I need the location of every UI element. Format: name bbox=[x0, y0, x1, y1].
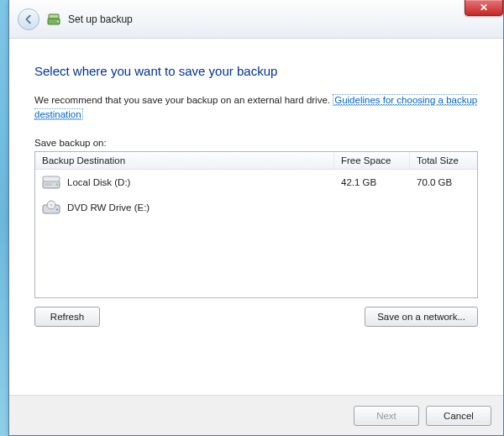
cancel-button[interactable]: Cancel bbox=[426, 406, 491, 426]
svg-point-5 bbox=[56, 183, 58, 185]
svg-rect-6 bbox=[45, 183, 52, 186]
list-buttons-row: Refresh Save on a network... bbox=[34, 307, 478, 327]
svg-point-9 bbox=[50, 203, 53, 206]
table-row[interactable]: Local Disk (D:) 42.1 GB 70.0 GB bbox=[35, 170, 477, 195]
destination-list[interactable]: Backup Destination Free Space Total Size… bbox=[34, 151, 478, 298]
col-header-free-space[interactable]: Free Space bbox=[334, 152, 410, 169]
close-icon: ✕ bbox=[480, 2, 488, 13]
row-total: 70.0 GB bbox=[410, 172, 477, 192]
hdd-icon bbox=[42, 175, 60, 190]
save-on-network-button[interactable]: Save on a network... bbox=[365, 307, 478, 327]
window-title: Set up backup bbox=[68, 13, 133, 25]
table-row[interactable]: DVD RW Drive (E:) bbox=[35, 195, 477, 220]
page-heading: Select where you want to save your backu… bbox=[34, 64, 478, 78]
row-name: DVD RW Drive (E:) bbox=[67, 202, 150, 213]
row-free: 42.1 GB bbox=[334, 172, 410, 192]
col-header-total-size[interactable]: Total Size bbox=[410, 152, 477, 169]
dvd-drive-icon bbox=[42, 200, 60, 215]
close-button[interactable]: ✕ bbox=[465, 0, 503, 16]
svg-point-10 bbox=[56, 208, 58, 210]
row-free bbox=[334, 202, 410, 213]
row-total bbox=[410, 202, 477, 213]
svg-rect-1 bbox=[49, 14, 59, 18]
wizard-window: ✕ Set up backup Select where you want to… bbox=[8, 0, 504, 436]
list-label: Save backup on: bbox=[34, 138, 478, 148]
svg-rect-4 bbox=[43, 176, 60, 181]
footer-bar: Next Cancel bbox=[9, 395, 503, 435]
arrow-left-icon bbox=[23, 13, 34, 25]
header-bar: Set up backup bbox=[9, 0, 503, 39]
content-area: Select where you want to save your backu… bbox=[9, 39, 503, 395]
col-header-destination[interactable]: Backup Destination bbox=[35, 152, 334, 169]
back-button[interactable] bbox=[18, 8, 39, 30]
list-header-row: Backup Destination Free Space Total Size bbox=[35, 152, 477, 170]
row-name: Local Disk (D:) bbox=[67, 177, 130, 187]
svg-point-2 bbox=[57, 20, 59, 22]
recommendation-text: We recommend that you save your backup o… bbox=[34, 93, 478, 123]
recommend-prefix: We recommend that you save your backup o… bbox=[34, 95, 333, 105]
next-button[interactable]: Next bbox=[354, 406, 419, 426]
backup-icon bbox=[46, 12, 61, 27]
refresh-button[interactable]: Refresh bbox=[34, 307, 100, 327]
